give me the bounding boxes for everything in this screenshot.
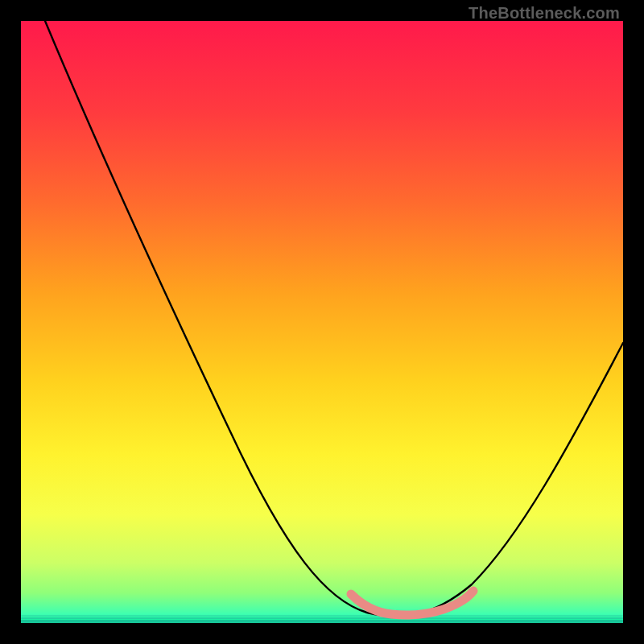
plot-area <box>21 21 623 623</box>
chart-frame: TheBottleneck.com <box>0 0 644 644</box>
watermark: TheBottleneck.com <box>469 4 620 23</box>
bottleneck-curve <box>45 21 623 617</box>
optimal-zone-highlight <box>351 591 473 615</box>
curve-layer <box>21 21 623 623</box>
